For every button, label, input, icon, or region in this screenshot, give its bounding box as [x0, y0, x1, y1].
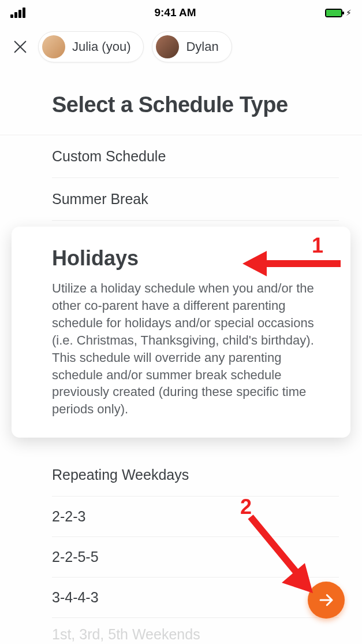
charging-icon: ⚡︎ [346, 8, 352, 17]
list-divider [52, 220, 339, 221]
annotation-arrow-2 [242, 513, 323, 600]
person-chip-label: Julia (you) [72, 39, 130, 54]
option-custom-schedule[interactable]: Custom Schedule [0, 135, 362, 177]
close-button[interactable] [10, 37, 30, 57]
close-icon [11, 38, 29, 56]
signal-strength [10, 8, 25, 18]
svg-marker-3 [282, 563, 313, 593]
avatar-julia [42, 35, 65, 58]
option-cutoff: 1st, 3rd, 5th Weekends [0, 618, 362, 643]
person-chip-dylan[interactable]: Dylan [152, 31, 232, 62]
page-title: Select a Schedule Type [52, 92, 339, 117]
status-time: 9:41 AM [154, 6, 196, 19]
page-title-wrap: Select a Schedule Type [0, 73, 362, 135]
battery-status: ⚡︎ [325, 8, 352, 17]
person-chip-label: Dylan [186, 39, 218, 54]
status-bar: 9:41 AM ⚡︎ [0, 0, 362, 23]
option-repeating-weekdays[interactable]: Repeating Weekdays [0, 454, 362, 496]
battery-icon [325, 9, 342, 17]
avatar-dylan [156, 35, 179, 58]
option-holidays-description: Utilize a holiday schedule when you and/… [52, 280, 329, 418]
svg-marker-1 [242, 251, 267, 276]
header-row: Julia (you) Dylan [0, 23, 362, 73]
annotation-label-1: 1 [312, 234, 323, 258]
person-chip-julia[interactable]: Julia (you) [38, 31, 144, 62]
svg-line-2 [251, 517, 300, 577]
option-summer-break[interactable]: Summer Break [0, 178, 362, 220]
signal-bars-icon [10, 8, 25, 18]
annotation-label-2: 2 [240, 495, 252, 519]
annotation-arrow-1 [242, 245, 346, 286]
